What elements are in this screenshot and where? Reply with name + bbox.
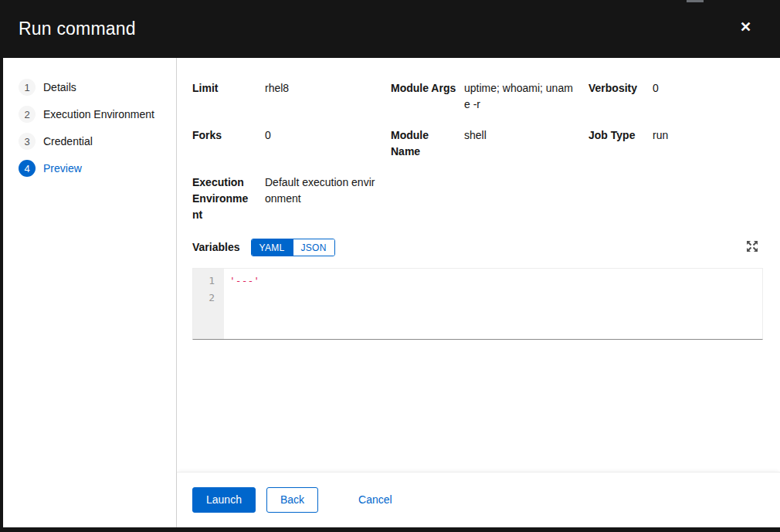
- cancel-button[interactable]: Cancel: [351, 488, 400, 511]
- editor-line-gutter: 1 2: [193, 269, 224, 339]
- detail-value-module-args: uptime; whoami; uname -r: [464, 80, 588, 113]
- step-label: Execution Environment: [43, 108, 154, 120]
- code-line: '---': [229, 273, 762, 290]
- detail-value-forks: 0: [265, 127, 391, 160]
- expand-arrows-icon[interactable]: [745, 240, 759, 254]
- detail-label-module-name: Module Name: [391, 127, 464, 160]
- wizard-step-preview[interactable]: 4 Preview: [3, 160, 176, 177]
- detail-label-limit: Limit: [192, 80, 265, 113]
- modal-body: 1 Details 2 Execution Environment 3 Cred…: [3, 58, 780, 527]
- wizard-step-execution-environment[interactable]: 2 Execution Environment: [3, 106, 176, 123]
- detail-value-limit: rhel8: [265, 80, 391, 113]
- background-page-edge: [687, 0, 704, 2]
- line-number: 1: [193, 273, 215, 290]
- detail-label-forks: Forks: [192, 127, 265, 160]
- modal-title: Run command: [19, 19, 136, 39]
- line-number: 2: [193, 290, 215, 307]
- close-icon[interactable]: ✕: [735, 17, 756, 37]
- variables-label: Variables: [192, 241, 240, 253]
- wizard-step-details[interactable]: 1 Details: [3, 79, 176, 96]
- detail-value-module-name: shell: [464, 127, 588, 160]
- step-number-badge: 3: [19, 133, 36, 150]
- detail-value-execution-environment: Default execution environment: [265, 175, 391, 223]
- yaml-toggle-button[interactable]: YAML: [252, 239, 293, 256]
- modal-header: Run command ✕: [0, 0, 780, 58]
- variables-code-editor: 1 2 '---': [192, 268, 763, 340]
- detail-value-job-type: run: [653, 127, 763, 160]
- detail-label-execution-environment: Execution Environment: [192, 175, 265, 223]
- wizard-step-credential[interactable]: 3 Credential: [3, 133, 176, 150]
- detail-value-verbosity: 0: [653, 80, 763, 113]
- detail-label-verbosity: Verbosity: [588, 80, 653, 113]
- detail-label-job-type: Job Type: [588, 127, 653, 160]
- step-number-badge: 1: [19, 79, 36, 96]
- modal-footer: Launch Back Cancel: [177, 472, 780, 527]
- detail-label-module-args: Module Args: [391, 80, 464, 113]
- step-label: Credential: [43, 135, 93, 147]
- step-number-badge: 2: [19, 106, 36, 123]
- background-page-bottom: [0, 527, 780, 532]
- preview-pane: Limit rhel8 Module Args uptime; whoami; …: [177, 58, 780, 527]
- json-toggle-button[interactable]: JSON: [293, 239, 334, 256]
- preview-content: Limit rhel8 Module Args uptime; whoami; …: [177, 58, 780, 472]
- editor-code-area[interactable]: '---': [224, 269, 762, 339]
- back-button[interactable]: Back: [266, 487, 318, 512]
- step-number-badge: 4: [19, 160, 36, 177]
- variables-format-toggle: YAML JSON: [251, 239, 335, 256]
- launch-button[interactable]: Launch: [192, 487, 256, 512]
- wizard-nav: 1 Details 2 Execution Environment 3 Cred…: [3, 58, 177, 527]
- variables-row: Variables YAML JSON: [192, 238, 763, 256]
- step-label: Preview: [43, 162, 82, 175]
- detail-list: Limit rhel8 Module Args uptime; whoami; …: [192, 80, 763, 223]
- step-label: Details: [43, 81, 76, 93]
